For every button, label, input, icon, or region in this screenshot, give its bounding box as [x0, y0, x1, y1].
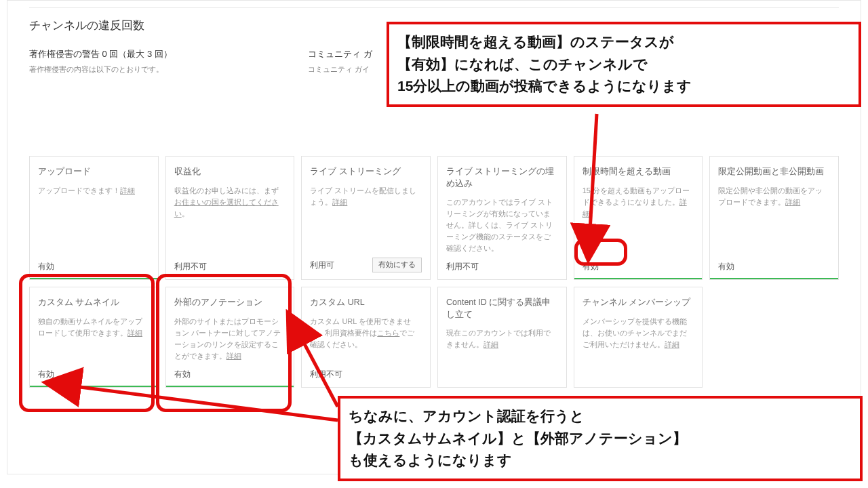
card-title: 限定公開動画と非公開動画 [718, 166, 830, 178]
feature-card: 外部のアノテーション外部のサイトまたはプロモーション パートナーに対してアノテー… [165, 287, 295, 388]
detail-link[interactable]: 詳細 [484, 340, 498, 348]
community-heading: コミュニティ ガ [308, 48, 372, 60]
feature-card: アップロードアップロードできます！詳細有効 [29, 156, 159, 280]
card-status: 有効 [38, 261, 54, 272]
card-footer: 有効 [38, 362, 150, 386]
detail-link[interactable]: こちら [377, 329, 399, 337]
status-bar [710, 278, 838, 279]
card-title: アップロード [38, 166, 150, 178]
card-description: 限定公開や非公開の動画をアップロードできます。詳細 [718, 185, 830, 255]
status-bar [438, 278, 566, 279]
detail-link[interactable]: 詳細 [665, 340, 679, 348]
annotation-top-box: 【制限時間を超える動画】のステータスが 【有効】になれば、このチャンネルで 15… [387, 22, 861, 107]
status-bar [302, 386, 430, 387]
feature-card: Content ID に関する異議申し立て現在このアカウントでは利用できません。… [437, 287, 567, 388]
card-footer: 有効 [174, 362, 286, 386]
card-description: カスタム URL を使用できません。利用資格要件はこちらでご確認ください。 [310, 316, 422, 362]
card-status: 利用不可 [446, 261, 479, 272]
status-bar [574, 278, 703, 279]
annotation-bottom-text: ちなみに、アカウント認証を行うと 【カスタムサムネイル】と【外部アノテーション】… [349, 408, 687, 468]
feature-card: チャンネル メンバーシップメンバーシップを提供する機能は、お使いのチャンネルでま… [574, 287, 703, 388]
community-violations: コミュニティ ガ コミュニティ ガイ [308, 48, 372, 75]
card-status: 有効 [718, 261, 734, 272]
card-title: 収益化 [174, 166, 286, 178]
card-description: 収益化のお申し込みには、まずお住まいの国を選択してください。 [174, 185, 286, 255]
card-status: 有効 [38, 369, 54, 380]
feature-card: 収益化収益化のお申し込みには、まずお住まいの国を選択してください。利用不可 [165, 156, 295, 280]
status-bar [302, 278, 430, 279]
detail-link[interactable]: 詳細 [332, 198, 347, 206]
annotation-top-text: 【制限時間を超える動画】のステータスが 【有効】になれば、このチャンネルで 15… [397, 34, 692, 94]
card-title: カスタム サムネイル [38, 297, 150, 309]
feature-cards-row2: カスタム サムネイル独自の動画サムネイルをアップロードして使用できます。詳細有効… [29, 287, 839, 388]
card-description: 15 分を超える動画もアップロードできるようになりました。詳細 [583, 185, 694, 255]
card-title: 制限時間を超える動画 [583, 166, 694, 178]
detail-link[interactable]: 詳細 [120, 186, 135, 195]
feature-card: ライブ ストリーミングライブ ストリームを配信しましょう。詳細利用可有効にする [301, 156, 431, 280]
card-footer: 利用可有効にする [310, 251, 422, 278]
detail-link[interactable]: 詳細 [583, 198, 687, 218]
card-footer: 利用不可 [174, 254, 286, 278]
copyright-sub: 著作権侵害の内容は以下のとおりです。 [29, 64, 172, 75]
community-sub: コミュニティ ガイ [308, 64, 372, 75]
card-description: このアカウントではライブ ストリーミングが有効になっていません。詳しくは、ライブ… [446, 197, 558, 254]
card-title: ライブ ストリーミングの埋め込み [446, 166, 558, 190]
status-bar [438, 386, 566, 387]
status-bar [574, 386, 703, 387]
card-title: ライブ ストリーミング [310, 166, 422, 178]
feature-card: ライブ ストリーミングの埋め込みこのアカウントではライブ ストリーミングが有効に… [437, 156, 567, 280]
card-footer: 利用不可 [446, 254, 558, 278]
detail-link[interactable]: 詳細 [785, 198, 800, 206]
card-description: 独自の動画サムネイルをアップロードして使用できます。詳細 [38, 316, 150, 362]
card-description: 外部のサイトまたはプロモーション パートナーに対してアノテーションのリンクを設定… [174, 316, 286, 362]
status-bar [30, 386, 158, 387]
card-status: 利用不可 [174, 261, 207, 272]
card-footer [446, 373, 558, 386]
card-footer: 有効 [583, 254, 694, 278]
copyright-heading: 著作権侵害の警告 0 回（最大 3 回） [29, 48, 172, 60]
feature-card: 限定公開動画と非公開動画限定公開や非公開の動画をアップロードできます。詳細有効 [709, 156, 839, 280]
card-description: ライブ ストリームを配信しましょう。詳細 [310, 185, 422, 251]
feature-cards-row1: アップロードアップロードできます！詳細有効収益化収益化のお申し込みには、まずお住… [29, 156, 839, 280]
card-status: 利用可 [310, 260, 334, 271]
card-description: メンバーシップを提供する機能は、お使いのチャンネルでまだご利用いただけません。詳… [583, 316, 694, 373]
feature-card: カスタム URLカスタム URL を使用できません。利用資格要件はこちらでご確認… [301, 287, 431, 388]
detail-link[interactable]: お住まいの国を選択してください [174, 198, 279, 218]
card-title: チャンネル メンバーシップ [583, 297, 694, 309]
status-bar [166, 278, 294, 279]
feature-card: カスタム サムネイル独自の動画サムネイルをアップロードして使用できます。詳細有効 [29, 287, 159, 388]
feature-card: 制限時間を超える動画15 分を超える動画もアップロードできるようになりました。詳… [574, 156, 703, 280]
copyright-violations: 著作権侵害の警告 0 回（最大 3 回） 著作権侵害の内容は以下のとおりです。 [29, 48, 172, 75]
status-bar [166, 386, 294, 387]
card-title: 外部のアノテーション [174, 297, 286, 309]
card-title: Content ID に関する異議申し立て [446, 297, 558, 321]
status-bar [30, 278, 158, 279]
detail-link[interactable]: 詳細 [226, 352, 241, 360]
card-footer [583, 373, 694, 386]
card-description: 現在このアカウントでは利用できません。詳細 [446, 327, 558, 373]
card-description: アップロードできます！詳細 [38, 185, 150, 255]
card-footer: 利用不可 [310, 362, 422, 386]
card-status: 有効 [583, 261, 599, 272]
card-status: 有効 [174, 369, 191, 380]
enable-button[interactable]: 有効にする [372, 258, 422, 272]
card-footer: 有効 [38, 254, 150, 278]
card-status: 利用不可 [310, 369, 342, 380]
card-footer: 有効 [718, 254, 830, 278]
card-title: カスタム URL [310, 297, 422, 309]
annotation-bottom-box: ちなみに、アカウント認証を行うと 【カスタムサムネイル】と【外部アノテーション】… [338, 396, 863, 481]
detail-link[interactable]: 詳細 [127, 329, 142, 337]
